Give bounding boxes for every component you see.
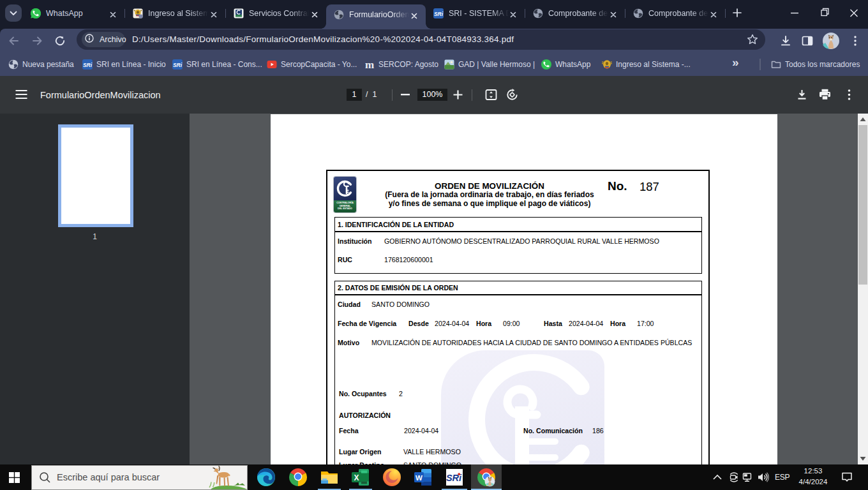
svg-text:m: m xyxy=(365,59,374,70)
svg-text:X: X xyxy=(354,473,359,482)
svg-text:SRi: SRi xyxy=(83,62,93,68)
svg-text:SRi: SRi xyxy=(173,62,183,68)
svg-text:W: W xyxy=(415,474,423,482)
svg-text:SRi: SRi xyxy=(434,11,444,17)
